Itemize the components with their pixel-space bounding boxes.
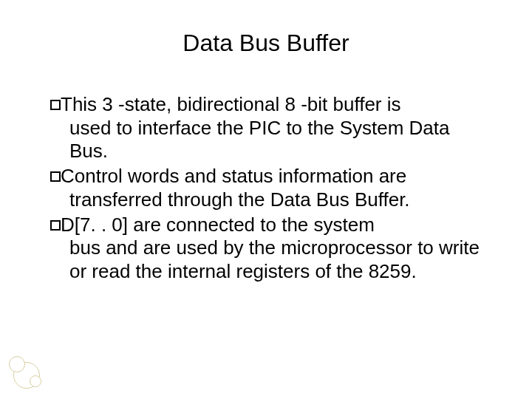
bullet-text-cont: bus and are used by the microprocessor t…: [50, 236, 480, 283]
slide: Data Bus Buffer This 3 -state, bidirecti…: [0, 0, 532, 399]
square-bullet-icon: [50, 100, 61, 110]
bullet-text-cont: used to interface the PIC to the System …: [50, 117, 480, 163]
square-bullet-icon: [50, 171, 61, 182]
bullet-item: Control words and status information are…: [50, 165, 480, 211]
bullet-text: This 3 -state, bidirectional 8 -bit buff…: [61, 93, 401, 115]
bullet-text: D[7. . 0] are connected to the system: [61, 214, 375, 236]
bullet-item: D[7. . 0] are connected to the system bu…: [50, 214, 480, 284]
slide-title: Data Bus Buffer: [0, 30, 532, 57]
square-bullet-icon: [50, 220, 61, 231]
bullet-text-cont: transferred through the Data Bus Buffer.: [50, 188, 480, 212]
slide-body: This 3 -state, bidirectional 8 -bit buff…: [50, 93, 480, 285]
bullet-text: Control words and status information are: [61, 165, 406, 187]
bullet-item: This 3 -state, bidirectional 8 -bit buff…: [50, 93, 480, 163]
corner-decoration-icon: [9, 356, 43, 390]
